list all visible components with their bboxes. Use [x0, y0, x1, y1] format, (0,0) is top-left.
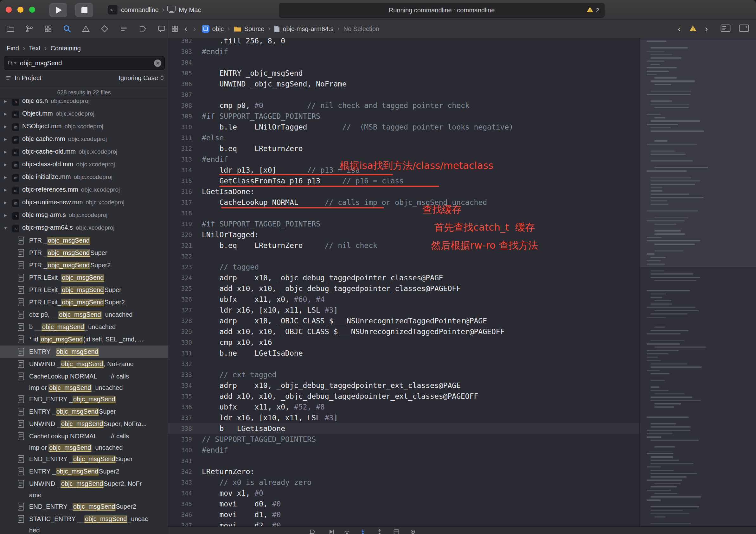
- line-number[interactable]: 333: [168, 369, 192, 380]
- line-number[interactable]: 307: [168, 89, 192, 100]
- code-line-329[interactable]: add x10, x10, _OBJC_CLASS_$___NSUnrecogn…: [202, 326, 504, 337]
- code-line-328[interactable]: adrp x10, _OBJC_CLASS_$___NSUnrecognized…: [202, 315, 487, 326]
- scheme-selector[interactable]: >_ commandline › My Mac: [108, 4, 201, 16]
- related-items-icon[interactable]: [171, 25, 179, 33]
- code-line-315[interactable]: GetClassFromIsa_p16 p13 // p16 = class: [202, 175, 404, 186]
- code-line-323[interactable]: // tagged: [202, 262, 259, 272]
- line-number[interactable]: 336: [168, 402, 192, 413]
- disclosure-closed-icon[interactable]: ▸: [4, 161, 7, 168]
- code-line-317[interactable]: CacheLookup NORMAL // calls imp or objc_…: [202, 197, 487, 208]
- code-line-325[interactable]: add x10, x10, _objc_debug_taggedpointer_…: [202, 283, 461, 294]
- line-number[interactable]: 340: [168, 445, 192, 455]
- test-navigator-icon[interactable]: [99, 23, 110, 34]
- result-row[interactable]: PTR _objc_msgSendSuper2: [0, 259, 168, 271]
- step-into-icon[interactable]: [359, 528, 366, 534]
- code-line-313[interactable]: #endif: [202, 154, 228, 165]
- report-navigator-icon[interactable]: [156, 23, 167, 34]
- file-row[interactable]: ▸mObject.mmobjc.xcodeproj: [0, 108, 168, 120]
- sidebar-divider[interactable]: [168, 20, 168, 534]
- code-line-343[interactable]: // x0 is already zero: [202, 477, 311, 488]
- disclosure-closed-icon[interactable]: ▸: [4, 123, 7, 130]
- code-line-338[interactable]: b LGetIsaDone: [202, 423, 285, 434]
- location-icon[interactable]: [409, 528, 416, 534]
- code-line-311[interactable]: #else: [202, 132, 224, 143]
- line-number[interactable]: 328: [168, 315, 192, 326]
- line-number[interactable]: 341: [168, 455, 192, 466]
- code-line-316[interactable]: LGetIsaDone:: [202, 186, 255, 197]
- breakpoint-navigator-icon[interactable]: [137, 23, 148, 34]
- breakpoint-toggle-icon[interactable]: [309, 528, 316, 534]
- zoom-window-button[interactable]: [29, 7, 35, 13]
- clear-search-icon[interactable]: ✕: [154, 60, 161, 67]
- prev-issue-icon[interactable]: ‹: [678, 24, 681, 33]
- line-number[interactable]: 314: [168, 165, 192, 175]
- step-out-icon[interactable]: [376, 528, 383, 534]
- file-row[interactable]: ▸hobjc-os.hobjc.xcodeproj: [0, 99, 168, 108]
- file-row[interactable]: ▸mobjc-cache-old.mmobjc.xcodeproj: [0, 146, 168, 158]
- line-number[interactable]: 330: [168, 337, 192, 348]
- line-number[interactable]: 332: [168, 359, 192, 369]
- result-row[interactable]: PTR _objc_msgSendSuper: [0, 247, 168, 259]
- file-row[interactable]: ▸mobjc-class-old.mmobjc.xcodeproj: [0, 158, 168, 171]
- file-row[interactable]: ▸mobjc-cache.mmobjc.xcodeproj: [0, 133, 168, 146]
- line-number[interactable]: 322: [168, 251, 192, 262]
- result-row[interactable]: ENTRY _objc_msgSendSuper: [0, 405, 168, 418]
- line-number[interactable]: 345: [168, 498, 192, 509]
- issue-warning-icon[interactable]: [689, 25, 697, 33]
- breadcrumb-item-objc-msg-arm64-s[interactable]: objc-msg-arm64.s: [274, 25, 333, 33]
- code-line-324[interactable]: adrp x10, _objc_debug_taggedpointer_clas…: [202, 272, 443, 283]
- editor-mode-icon[interactable]: [720, 24, 731, 34]
- breadcrumb-item-objc[interactable]: objc: [202, 25, 224, 33]
- search-input[interactable]: [19, 59, 154, 67]
- line-number[interactable]: 312: [168, 143, 192, 154]
- line-number[interactable]: 304: [168, 57, 192, 68]
- line-number[interactable]: 321: [168, 240, 192, 251]
- file-row[interactable]: ▸sobjc-msg-arm.sobjc.xcodeproj: [0, 209, 168, 222]
- line-number[interactable]: 317: [168, 197, 192, 208]
- code-line-319[interactable]: #if SUPPORT_TAGGED_POINTERS: [202, 219, 320, 229]
- code-line-334[interactable]: adrp x10, _objc_debug_taggedpointer_ext_…: [202, 380, 461, 391]
- find-type-button[interactable]: Text: [29, 45, 40, 52]
- result-row[interactable]: * id objc_msgSend(id self, SEL _cmd, ...: [0, 333, 168, 346]
- file-row[interactable]: ▸mNSObject.mmobjc.xcodeproj: [0, 120, 168, 133]
- code-line-337[interactable]: ldr x16, [x10, x11, LSL #3]: [202, 413, 338, 423]
- file-row[interactable]: ▸mobjc-runtime-new.mmobjc.xcodeproj: [0, 196, 168, 209]
- code-line-312[interactable]: b.eq LReturnZero: [202, 143, 303, 154]
- result-row[interactable]: STATIC_ENTRY __objc_msgSend_uncac hed: [0, 513, 168, 534]
- disclosure-closed-icon[interactable]: ▸: [4, 199, 7, 206]
- code-line-342[interactable]: LReturnZero:: [202, 466, 255, 477]
- close-window-button[interactable]: [6, 7, 12, 13]
- disclosure-open-icon[interactable]: ▾: [4, 225, 7, 231]
- code-line-306[interactable]: UNWIND _objc_msgSend, NoFrame: [202, 79, 347, 89]
- line-number[interactable]: 311: [168, 132, 192, 143]
- minimize-window-button[interactable]: [17, 7, 23, 13]
- code-line-302[interactable]: .fill 256, 8, 0: [202, 38, 285, 46]
- result-row[interactable]: ENTRY _objc_msgSendSuper2: [0, 465, 168, 478]
- disclosure-closed-icon[interactable]: ▸: [4, 174, 7, 180]
- code-line-333[interactable]: // ext tagged: [202, 369, 276, 380]
- project-navigator-icon[interactable]: [5, 23, 16, 34]
- code-line-314[interactable]: ldr p13, [x0] // p13 = isa: [202, 165, 360, 175]
- continue-icon[interactable]: [328, 528, 335, 534]
- step-over-icon[interactable]: [343, 528, 350, 534]
- line-number[interactable]: 316: [168, 186, 192, 197]
- find-navigator-icon[interactable]: [62, 23, 72, 34]
- line-number[interactable]: 331: [168, 348, 192, 359]
- line-number[interactable]: 329: [168, 326, 192, 337]
- line-number[interactable]: 303: [168, 46, 192, 57]
- disclosure-closed-icon[interactable]: ▸: [4, 111, 7, 117]
- line-number[interactable]: 334: [168, 380, 192, 391]
- activity-status[interactable]: Running commandline : commandline 2: [279, 3, 605, 18]
- line-number[interactable]: 313: [168, 154, 192, 165]
- code-line-326[interactable]: ubfx x11, x0, #60, #4: [202, 294, 325, 305]
- go-forward-icon[interactable]: ›: [193, 24, 196, 33]
- result-row[interactable]: CacheLookup NORMAL // calls imp or objc_…: [0, 370, 168, 393]
- disclosure-closed-icon[interactable]: ▸: [4, 212, 7, 219]
- line-number[interactable]: 347: [168, 520, 192, 526]
- file-row[interactable]: ▸mobjc-references.mmobjc.xcodeproj: [0, 184, 168, 196]
- result-row[interactable]: END_ENTRY _objc_msgSendSuper: [0, 453, 168, 465]
- line-number[interactable]: 309: [168, 111, 192, 121]
- line-number[interactable]: 305: [168, 68, 192, 79]
- line-number[interactable]: 344: [168, 488, 192, 498]
- minimap-viewport[interactable]: [640, 40, 756, 267]
